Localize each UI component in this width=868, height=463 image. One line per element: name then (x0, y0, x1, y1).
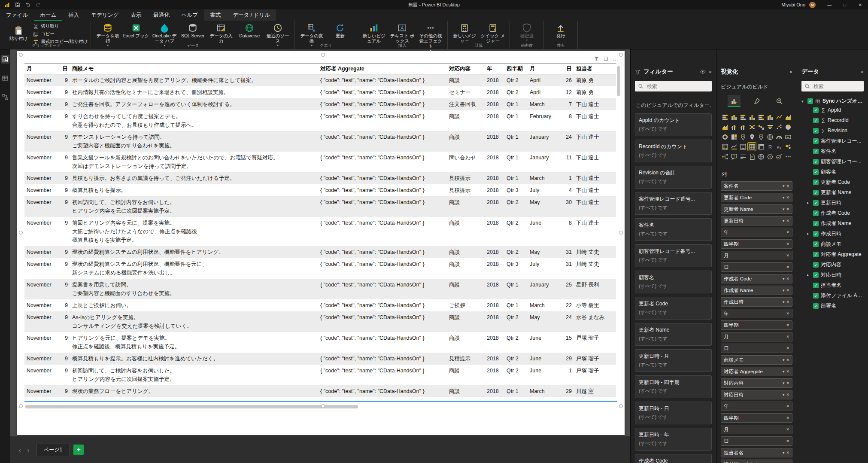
field-dropdown-icon[interactable]: ▾ (783, 288, 785, 292)
table-row[interactable]: November9現状の業務フローをヒアリング。{ "code": "test"… (24, 385, 616, 397)
filter-search-input[interactable] (646, 83, 709, 90)
tab-modeling[interactable]: モデリング (85, 9, 124, 21)
field-dropdown-icon[interactable]: ▾ (783, 219, 785, 223)
excel-workbook-button[interactable]: Excel ブック (122, 22, 150, 39)
collapse-visualizations-pane-icon[interactable]: » (789, 69, 792, 75)
field-well-item-7[interactable]: 日✕ (721, 262, 792, 272)
column-header-6[interactable]: 四半期 (504, 64, 528, 74)
table-row[interactable]: November9初回訪問して、ご検討内容をお伺いした。 ヒアリング内容を元に次… (24, 365, 616, 385)
filter-card-9[interactable]: 更新日時 - 月(すべて) です (635, 349, 712, 372)
field-well-item-21[interactable]: 月✕ (721, 425, 792, 434)
visual-type-funnel-icon[interactable] (766, 123, 774, 131)
tab-optimize[interactable]: 最適化 (147, 9, 176, 21)
filter-card-1[interactable]: RecordId のカウント(すべて) です (635, 140, 712, 162)
paste-button[interactable]: 貼り付け (5, 24, 32, 42)
data-field-16[interactable]: ▸✓対応日時 (801, 270, 864, 280)
table-row[interactable]: November9現状の経費精算システムの利用状況、機能要件を元に、 新システム… (24, 258, 616, 279)
table-row[interactable]: November9ヒアリングを元に、提案とデモを実施。 修正点を確認後、概算見積… (24, 332, 616, 353)
save-icon[interactable] (15, 2, 20, 7)
remove-field-icon[interactable]: ✕ (786, 381, 789, 385)
tab-view[interactable]: 表示 (124, 9, 147, 21)
copy-button[interactable]: コピー (33, 31, 88, 37)
table-row[interactable]: November9提案書を用意して訪問。 ご要望内容と機能面のすり合わせを実施。… (24, 279, 616, 299)
vertical-scrollbar[interactable] (617, 66, 620, 96)
field-dropdown-icon[interactable]: ▾ (783, 277, 785, 281)
tab-format[interactable]: 書式 (204, 9, 227, 21)
field-well-item-23[interactable]: 担当者名▾✕ (721, 448, 792, 457)
field-well-item-20[interactable]: 四半期✕ (721, 413, 792, 423)
field-well-item-24[interactable]: 添付ファイル Aggreg...▾✕ (721, 460, 792, 463)
filter-card-12[interactable]: 更新日時 - 年(すべて) です (635, 428, 712, 451)
field-checkbox[interactable]: ✓ (813, 252, 819, 257)
remove-field-icon[interactable]: ✕ (786, 265, 789, 269)
filter-card-13[interactable]: 作成者 Code(すべて) です (635, 454, 712, 463)
resize-handle[interactable] (619, 53, 623, 57)
resize-handle[interactable] (619, 231, 623, 235)
remove-field-icon[interactable]: ✕ (786, 369, 789, 374)
cut-button[interactable]: 切り取り (33, 23, 88, 29)
field-well-item-2[interactable]: 更新者 Name▾✕ (721, 204, 792, 214)
visual-type-gauge-icon[interactable] (775, 133, 783, 141)
analytics-visual-mode-button[interactable] (773, 95, 786, 107)
visual-type-line-clustered-column-icon[interactable] (739, 123, 747, 131)
field-checkbox[interactable]: ✓ (813, 149, 819, 154)
field-checkbox[interactable]: ✓ (813, 169, 819, 175)
field-well-item-1[interactable]: 更新者 Code▾✕ (721, 193, 792, 202)
column-header-2[interactable]: 商談メモ (70, 64, 318, 74)
remove-field-icon[interactable]: ✕ (786, 242, 789, 246)
remove-field-icon[interactable]: ✕ (786, 230, 789, 235)
field-checkbox[interactable]: ✓ (813, 118, 819, 123)
remove-field-icon[interactable]: ✕ (786, 439, 789, 443)
field-dropdown-icon[interactable]: ▾ (783, 207, 785, 211)
data-field-19[interactable]: ✓部署名 (801, 301, 864, 311)
remove-field-icon[interactable]: ✕ (786, 335, 789, 339)
table-row[interactable]: November9概算見積もりを提示。お客様に社内検討を進めていただく。{ "c… (24, 353, 616, 365)
visual-type-card-icon[interactable] (784, 133, 792, 141)
tab-file[interactable]: ファイル (0, 9, 34, 21)
field-checkbox[interactable]: ✓ (813, 190, 819, 195)
format-visual-mode-button[interactable] (750, 95, 763, 107)
visual-type-clustered-column-icon[interactable] (748, 113, 756, 121)
visual-type-matrix-icon[interactable] (757, 143, 765, 151)
redo-icon[interactable] (36, 2, 41, 7)
field-checkbox[interactable]: ✓ (813, 262, 819, 268)
close-button[interactable]: ✕ (853, 0, 868, 9)
remove-field-icon[interactable]: ✕ (786, 393, 789, 397)
collapse-filter-pane-icon[interactable]: » (709, 69, 712, 75)
column-header-3[interactable]: 対応者 Aggregate (318, 64, 447, 74)
chevron-right-icon[interactable]: ▸ (807, 232, 811, 236)
field-checkbox[interactable]: ✓ (813, 200, 819, 206)
field-checkbox[interactable]: ✓ (813, 231, 819, 237)
maximize-button[interactable]: □ (837, 0, 853, 9)
visual-type-filled-map-icon[interactable] (748, 133, 756, 141)
data-field-7[interactable]: ✓更新者 Code (801, 177, 864, 187)
tab-home[interactable]: ホーム (34, 9, 62, 21)
field-dropdown-icon[interactable]: ▾ (783, 195, 785, 200)
signed-in-user[interactable]: Miyabi Ono (781, 2, 805, 7)
sensitivity-button[interactable]: 秘密度▾ (513, 22, 540, 43)
new-visual-button[interactable]: 新しいビジュアル (360, 22, 388, 44)
visual-type-metrics-icon[interactable] (775, 152, 783, 161)
tab-data-drill[interactable]: データ / ドリル (227, 9, 276, 21)
user-avatar[interactable]: M (809, 2, 816, 8)
data-field-4[interactable]: ✓案件名 (801, 146, 864, 156)
resize-handle[interactable] (19, 231, 23, 235)
column-header-4[interactable]: 対応内容 (447, 64, 485, 74)
field-checkbox[interactable]: ✓ (813, 303, 819, 309)
data-field-13[interactable]: ✓商談メモ (801, 239, 864, 249)
field-well-item-18[interactable]: 対応日時▾✕ (721, 390, 792, 399)
dropdown-caret-icon[interactable]: ▾ (430, 49, 431, 52)
data-field-6[interactable]: ✓顧客名 (801, 167, 864, 177)
table-row[interactable]: November9社内情報共有の活性化セミナーにご来場されて、個別相談実施。{ … (24, 86, 616, 98)
visual-type-treemap-icon[interactable] (730, 133, 738, 141)
data-field-17[interactable]: ✓担当者名 (801, 280, 864, 290)
column-header-8[interactable]: 日 (560, 64, 574, 74)
field-well-item-10[interactable]: 作成日時▾✕ (721, 297, 792, 307)
visual-type-r-script-icon[interactable]: R (766, 143, 774, 151)
visual-type-key-influencers-icon[interactable] (784, 143, 792, 151)
visual-type-qa-icon[interactable]: ? (730, 152, 738, 161)
text-box-button[interactable]: Aテキスト ボックス (388, 22, 416, 44)
filter-search-box[interactable] (635, 81, 712, 91)
visual-type-hundred-stacked-bar-icon[interactable] (757, 113, 765, 121)
field-checkbox[interactable]: ✓ (813, 128, 819, 134)
